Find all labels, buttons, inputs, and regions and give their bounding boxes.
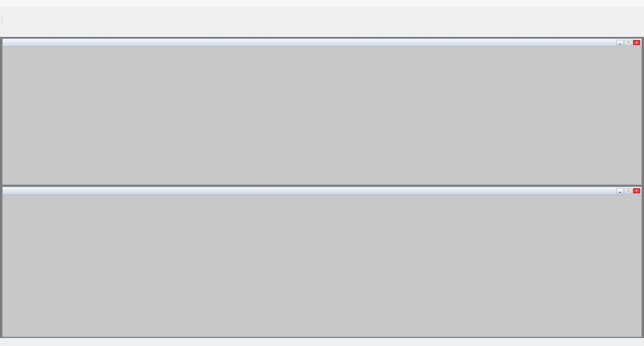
toolbar-grip bbox=[2, 17, 4, 25]
mdi-workspace: ▁ ❐ ✕ ▁ ❐ ✕ bbox=[0, 37, 644, 338]
waveform-close-button[interactable]: ✕ bbox=[633, 40, 640, 45]
schematic-window-titlebar[interactable]: ▁ ❐ ✕ bbox=[3, 187, 641, 195]
minimize-button[interactable] bbox=[608, 0, 620, 7]
waveform-minimize-button[interactable]: ▁ bbox=[616, 40, 624, 45]
schematic-minimize-button[interactable]: ▁ bbox=[616, 188, 624, 193]
status-bar bbox=[0, 338, 644, 346]
app-titlebar[interactable] bbox=[0, 0, 644, 7]
waveform-window-titlebar[interactable]: ▁ ❐ ✕ bbox=[3, 39, 641, 47]
schematic-window-icon bbox=[4, 188, 9, 193]
toolbar bbox=[0, 14, 644, 28]
waveform-maximize-button[interactable]: ❐ bbox=[625, 40, 632, 45]
waveform-window: ▁ ❐ ✕ bbox=[2, 38, 642, 185]
schematic-window: ▁ ❐ ✕ bbox=[2, 186, 642, 337]
menu-bar bbox=[0, 7, 644, 14]
schematic-close-button[interactable]: ✕ bbox=[633, 188, 640, 193]
schematic-canvas[interactable] bbox=[3, 194, 641, 337]
waveform-window-icon bbox=[4, 40, 9, 45]
maximize-button[interactable] bbox=[620, 0, 632, 7]
close-button[interactable] bbox=[632, 0, 644, 7]
ltspice-logo-icon bbox=[1, 1, 7, 6]
tab-bar bbox=[0, 28, 644, 37]
waveform-plot[interactable] bbox=[3, 46, 641, 184]
schematic-maximize-button[interactable]: ❐ bbox=[625, 188, 632, 193]
